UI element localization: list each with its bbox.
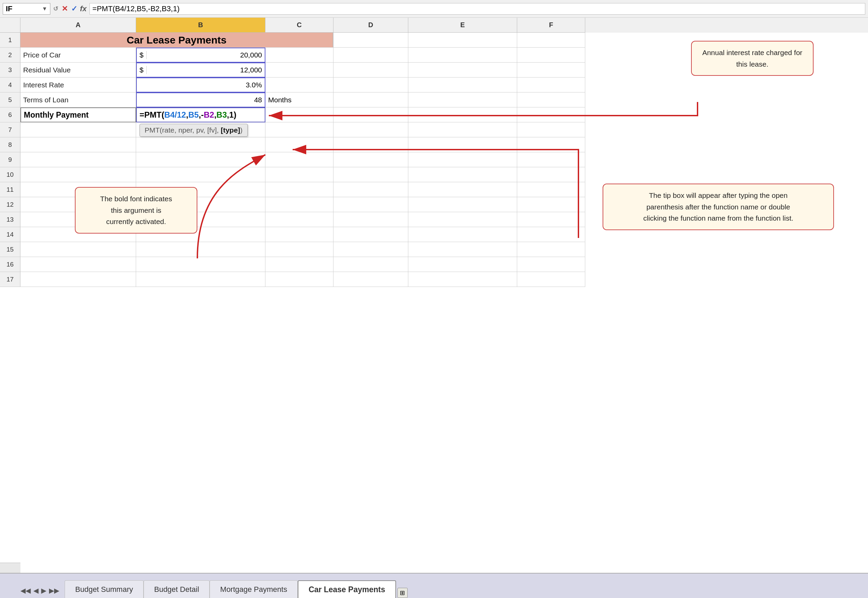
row-header-7[interactable]: 7: [0, 123, 20, 138]
cell-f11[interactable]: [517, 182, 585, 197]
cell-f8[interactable]: [517, 138, 585, 152]
cell-f6[interactable]: [517, 108, 585, 123]
cell-f15[interactable]: [517, 242, 585, 257]
cell-b2[interactable]: $ 20,000: [136, 48, 265, 63]
cell-a8[interactable]: [20, 138, 136, 152]
tab-nav-last[interactable]: ▶▶: [49, 586, 59, 595]
cell-a4[interactable]: Interest Rate: [20, 78, 136, 93]
cell-e7[interactable]: [408, 123, 517, 138]
cell-c17[interactable]: [265, 272, 333, 287]
cell-c14[interactable]: [265, 227, 333, 242]
tab-budget-summary[interactable]: Budget Summary: [64, 580, 144, 598]
name-box-dropdown-icon[interactable]: ▼: [42, 6, 47, 12]
row-header-3[interactable]: 3: [0, 63, 20, 78]
col-header-d[interactable]: D: [333, 18, 408, 33]
cell-d5[interactable]: [333, 93, 408, 108]
cell-a9[interactable]: [20, 152, 136, 167]
cell-c15[interactable]: [265, 242, 333, 257]
cell-f7[interactable]: [517, 123, 585, 138]
tab-nav-prev[interactable]: ◀: [33, 586, 39, 595]
cell-f3[interactable]: [517, 63, 585, 78]
tab-budget-detail[interactable]: Budget Detail: [144, 580, 210, 598]
row-header-14[interactable]: 14: [0, 227, 20, 242]
cell-d11[interactable]: [333, 182, 408, 197]
cell-c3[interactable]: [265, 63, 333, 78]
row-header-5[interactable]: 5: [0, 93, 20, 108]
cell-b3[interactable]: $ 12,000: [136, 63, 265, 78]
cell-e14[interactable]: [408, 227, 517, 242]
row-header-8[interactable]: 8: [0, 138, 20, 152]
col-header-c[interactable]: C: [265, 18, 333, 33]
row-header-12[interactable]: 12: [0, 197, 20, 212]
cell-a7[interactable]: [20, 123, 136, 138]
cell-d4[interactable]: [333, 78, 408, 93]
cell-a6[interactable]: Monthly Payment: [20, 108, 136, 123]
cell-d13[interactable]: [333, 212, 408, 227]
cell-c8[interactable]: [265, 138, 333, 152]
cell-a1-b1-c1[interactable]: Car Lease Payments: [20, 33, 333, 48]
cell-c11[interactable]: [265, 182, 333, 197]
cell-b10[interactable]: [136, 167, 265, 182]
cell-b9[interactable]: [136, 152, 265, 167]
cell-a5[interactable]: Terms of Loan: [20, 93, 136, 108]
cell-c10[interactable]: [265, 167, 333, 182]
cell-e13[interactable]: [408, 212, 517, 227]
cell-e15[interactable]: [408, 242, 517, 257]
row-header-11[interactable]: 11: [0, 182, 20, 197]
confirm-icon[interactable]: ✓: [71, 4, 77, 13]
cell-e2[interactable]: [408, 48, 517, 63]
cell-d2[interactable]: [333, 48, 408, 63]
cell-d9[interactable]: [333, 152, 408, 167]
cell-b15[interactable]: [136, 242, 265, 257]
cell-a10[interactable]: [20, 167, 136, 182]
cell-b8[interactable]: [136, 138, 265, 152]
cell-c12[interactable]: [265, 197, 333, 212]
cell-f10[interactable]: [517, 167, 585, 182]
cell-e17[interactable]: [408, 272, 517, 287]
row-header-9[interactable]: 9: [0, 152, 20, 167]
cell-b4[interactable]: 3.0%: [136, 78, 265, 93]
row-header-4[interactable]: 4: [0, 78, 20, 93]
cell-c6[interactable]: [265, 108, 333, 123]
cell-e6[interactable]: [408, 108, 517, 123]
cell-b16[interactable]: [136, 257, 265, 272]
cell-c2[interactable]: [265, 48, 333, 63]
cell-e10[interactable]: [408, 167, 517, 182]
cell-f9[interactable]: [517, 152, 585, 167]
cell-c13[interactable]: [265, 212, 333, 227]
cell-e16[interactable]: [408, 257, 517, 272]
cancel-icon[interactable]: ✕: [61, 4, 68, 13]
col-header-a[interactable]: A: [20, 18, 136, 33]
cell-c5[interactable]: Months: [265, 93, 333, 108]
cell-e3[interactable]: [408, 63, 517, 78]
name-box[interactable]: IF ▼: [3, 3, 50, 15]
cell-d8[interactable]: [333, 138, 408, 152]
cell-f17[interactable]: [517, 272, 585, 287]
row-header-1[interactable]: 1: [0, 33, 20, 48]
cell-e11[interactable]: [408, 182, 517, 197]
cell-d12[interactable]: [333, 197, 408, 212]
tab-car-lease-payments[interactable]: Car Lease Payments: [298, 580, 396, 598]
cell-f4[interactable]: [517, 78, 585, 93]
row-header-6[interactable]: 6: [0, 108, 20, 123]
cell-d16[interactable]: [333, 257, 408, 272]
row-header-10[interactable]: 10: [0, 167, 20, 182]
cell-c9[interactable]: [265, 152, 333, 167]
cell-a15[interactable]: [20, 242, 136, 257]
cell-e4[interactable]: [408, 78, 517, 93]
row-header-16[interactable]: 16: [0, 257, 20, 272]
cell-b17[interactable]: [136, 272, 265, 287]
col-header-b[interactable]: B: [136, 18, 265, 33]
row-header-13[interactable]: 13: [0, 212, 20, 227]
cell-c16[interactable]: [265, 257, 333, 272]
cell-f12[interactable]: [517, 197, 585, 212]
cell-b5[interactable]: 48: [136, 93, 265, 108]
row-header-17[interactable]: 17: [0, 272, 20, 287]
scroll-area[interactable]: [0, 563, 20, 573]
cell-e12[interactable]: [408, 197, 517, 212]
cell-e8[interactable]: [408, 138, 517, 152]
formula-input[interactable]: =PMT(B4/12,B5,-B2,B3,1): [90, 3, 865, 15]
cell-f13[interactable]: [517, 212, 585, 227]
tab-nav-first[interactable]: ◀◀: [20, 586, 31, 595]
col-header-e[interactable]: E: [408, 18, 517, 33]
